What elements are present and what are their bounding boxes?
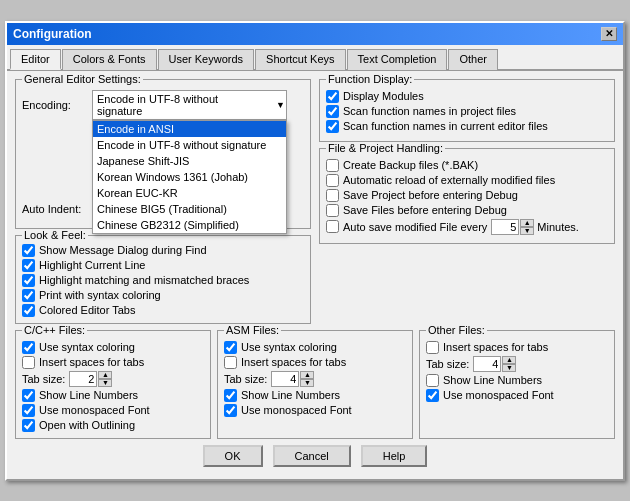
cpp-tabsize-up[interactable]: ▲ (98, 371, 112, 379)
other-tabsize-up[interactable]: ▲ (502, 356, 516, 364)
asm-tabsize-row: Tab size: ▲ ▼ (224, 371, 406, 387)
func-disp-check-0[interactable] (326, 90, 339, 103)
file-proj-check-4[interactable] (326, 220, 339, 233)
cpp-mono-check[interactable] (22, 404, 35, 417)
cpp-files-label: C/C++ Files: (22, 324, 87, 336)
cpp-tabsize-down[interactable]: ▼ (98, 379, 112, 387)
asm-lineno-row: Show Line Numbers (224, 389, 406, 402)
file-proj-item-1: Automatic reload of externally modified … (326, 174, 608, 187)
file-settings-section: C/C++ Files: Use syntax coloring Insert … (15, 330, 615, 439)
tab-user-keywords[interactable]: User Keywords (158, 49, 255, 70)
other-tabsize-input[interactable] (473, 356, 501, 372)
asm-syntax-row: Use syntax coloring (224, 341, 406, 354)
look-feel-check-4[interactable] (22, 304, 35, 317)
encoding-option-gb2312[interactable]: Chinese GB2312 (Simplified) (93, 217, 286, 233)
cpp-tabsize-row: Tab size: ▲ ▼ (22, 371, 204, 387)
asm-spaces-label: Insert spaces for tabs (241, 356, 346, 368)
autosave-value[interactable] (491, 219, 519, 235)
encoding-row: Encoding: Encode in UTF-8 without signat… (22, 90, 304, 120)
main-content: General Editor Settings: Encoding: Encod… (7, 71, 623, 479)
encoding-label: Encoding: (22, 99, 92, 111)
window-title: Configuration (13, 27, 92, 41)
autosave-up[interactable]: ▲ (520, 219, 534, 227)
other-files-label: Other Files: (426, 324, 487, 336)
right-column: Function Display: Display Modules Scan f… (319, 79, 615, 330)
encoding-dropdown-container: Encode in UTF-8 without signature ▼ Enco… (92, 90, 287, 120)
asm-lineno-label: Show Line Numbers (241, 389, 340, 401)
asm-tabsize-spinner: ▲ ▼ (300, 371, 314, 387)
asm-spaces-check[interactable] (224, 356, 237, 369)
asm-syntax-label: Use syntax coloring (241, 341, 337, 353)
asm-files-label: ASM Files: (224, 324, 281, 336)
other-files-group: Other Files: Insert spaces for tabs Tab … (419, 330, 615, 439)
asm-tabsize-up[interactable]: ▲ (300, 371, 314, 379)
file-proj-check-1[interactable] (326, 174, 339, 187)
cpp-tabsize-spinner: ▲ ▼ (98, 371, 112, 387)
tab-colors-fonts[interactable]: Colors & Fonts (62, 49, 157, 70)
file-proj-autosave-label: Auto save modified File every (343, 221, 487, 233)
encoding-dropdown[interactable]: Encode in UTF-8 without signature (92, 90, 287, 120)
asm-lineno-check[interactable] (224, 389, 237, 402)
func-disp-check-2[interactable] (326, 120, 339, 133)
encoding-option-sjis[interactable]: Japanese Shift-JIS (93, 153, 286, 169)
autosave-spinner: ▲ ▼ (520, 219, 534, 235)
look-feel-check-3[interactable] (22, 289, 35, 302)
cpp-tabsize-input[interactable] (69, 371, 97, 387)
cancel-button[interactable]: Cancel (273, 445, 351, 467)
cpp-mono-row: Use monospaced Font (22, 404, 204, 417)
general-editor-group: General Editor Settings: Encoding: Encod… (15, 79, 311, 229)
other-spaces-check[interactable] (426, 341, 439, 354)
bottom-buttons: OK Cancel Help (15, 445, 615, 471)
encoding-option-euckr[interactable]: Korean EUC-KR (93, 185, 286, 201)
tab-text-completion[interactable]: Text Completion (347, 49, 448, 70)
file-proj-check-3[interactable] (326, 204, 339, 217)
file-proj-label-0: Create Backup files (*.BAK) (343, 159, 478, 171)
asm-tabsize-down[interactable]: ▼ (300, 379, 314, 387)
look-feel-check-1[interactable] (22, 259, 35, 272)
autosave-down[interactable]: ▼ (520, 227, 534, 235)
general-editor-label: General Editor Settings: (22, 73, 143, 85)
look-feel-check-2[interactable] (22, 274, 35, 287)
help-button[interactable]: Help (361, 445, 428, 467)
tab-editor[interactable]: Editor (10, 49, 61, 70)
encoding-dropdown-list: Encode in ANSI Encode in UTF-8 without s… (92, 120, 287, 234)
cpp-spaces-row: Insert spaces for tabs (22, 356, 204, 369)
func-disp-check-1[interactable] (326, 105, 339, 118)
look-feel-check-0[interactable] (22, 244, 35, 257)
tab-other[interactable]: Other (448, 49, 498, 70)
tab-shortcut-keys[interactable]: Shortcut Keys (255, 49, 345, 70)
file-project-group: File & Project Handling: Create Backup f… (319, 148, 615, 244)
file-proj-label-3: Save Files before entering Debug (343, 204, 507, 216)
cpp-syntax-check[interactable] (22, 341, 35, 354)
cpp-lineno-check[interactable] (22, 389, 35, 402)
encoding-option-ansi[interactable]: Encode in ANSI (93, 121, 286, 137)
ok-button[interactable]: OK (203, 445, 263, 467)
look-feel-label-0: Show Message Dialog during Find (39, 244, 207, 256)
encoding-option-big5[interactable]: Chinese BIG5 (Traditional) (93, 201, 286, 217)
title-bar: Configuration ✕ (7, 23, 623, 45)
func-disp-item-1: Scan function names in project files (326, 105, 608, 118)
asm-tabsize-input[interactable] (271, 371, 299, 387)
close-button[interactable]: ✕ (601, 27, 617, 41)
other-lineno-check[interactable] (426, 374, 439, 387)
other-tabsize-down[interactable]: ▼ (502, 364, 516, 372)
file-proj-check-0[interactable] (326, 159, 339, 172)
auto-indent-label: Auto Indent: (22, 203, 92, 215)
look-feel-label-1: Highlight Current Line (39, 259, 145, 271)
encoding-option-johab[interactable]: Korean Windows 1361 (Johab) (93, 169, 286, 185)
look-feel-label-2: Highlight matching and mismatched braces (39, 274, 249, 286)
other-mono-check[interactable] (426, 389, 439, 402)
cpp-outline-check[interactable] (22, 419, 35, 432)
func-disp-label-1: Scan function names in project files (343, 105, 516, 117)
asm-spaces-row: Insert spaces for tabs (224, 356, 406, 369)
asm-mono-check[interactable] (224, 404, 237, 417)
other-spaces-row: Insert spaces for tabs (426, 341, 608, 354)
encoding-option-utf8[interactable]: Encode in UTF-8 without signature (93, 137, 286, 153)
left-column: General Editor Settings: Encoding: Encod… (15, 79, 311, 330)
file-proj-check-2[interactable] (326, 189, 339, 202)
look-feel-item-4: Colored Editor Tabs (22, 304, 304, 317)
cpp-spaces-check[interactable] (22, 356, 35, 369)
asm-syntax-check[interactable] (224, 341, 237, 354)
func-disp-item-2: Scan function names in current editor fi… (326, 120, 608, 133)
other-tabsize-label: Tab size: (426, 358, 469, 370)
